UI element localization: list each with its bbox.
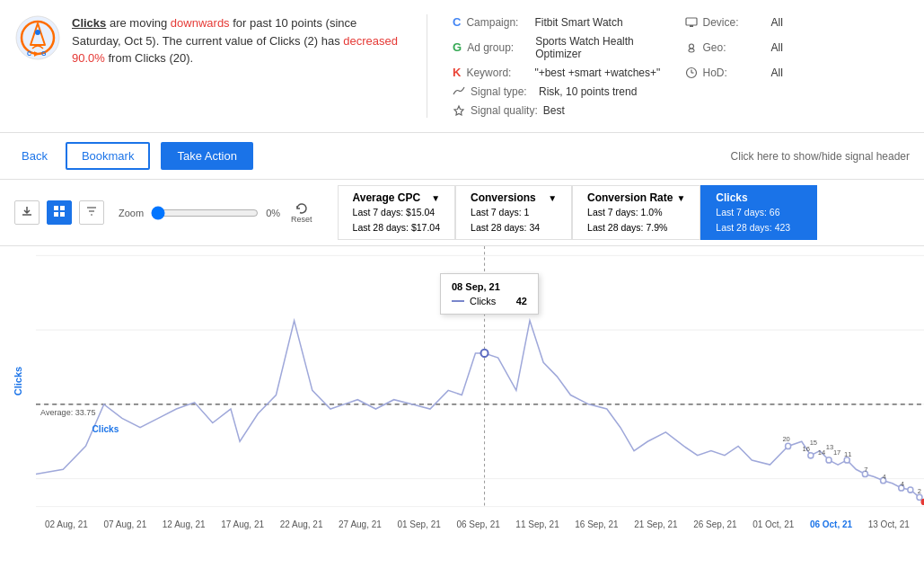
- signal-quality-icon: [453, 104, 465, 117]
- signal-type-icon: [453, 85, 465, 98]
- zoom-label: Zoom: [119, 208, 144, 218]
- alert-text-1: are moving: [110, 16, 171, 30]
- svg-rect-15: [54, 212, 58, 217]
- svg-text:14: 14: [818, 448, 826, 457]
- x-label-12: 01 Oct, 21: [752, 519, 794, 529]
- alert-meta: C Campaign: Fitbit Smart Watch Device: A…: [445, 14, 910, 118]
- meta-geo: Geo: All: [685, 34, 911, 62]
- svg-point-53: [481, 350, 488, 357]
- alert-section: C ▶ G Clicks are moving downwards for pa…: [0, 0, 924, 133]
- metric-tabs: Average CPC ▼ Last 7 days: $15.04 Last 2…: [338, 185, 818, 240]
- x-label-7: 06 Sep, 21: [456, 519, 499, 529]
- chart-svg: 72 36 0 Clicks Average: 33.75 20 16 15 1…: [36, 246, 924, 516]
- alert-text-3: from Clicks (20).: [109, 51, 194, 65]
- x-label-4: 22 Aug, 21: [280, 519, 323, 529]
- meta-campaign: C Campaign: Fitbit Smart Watch: [453, 14, 678, 31]
- alert-icon: C ▶ G: [14, 14, 61, 61]
- tab-conversions[interactable]: Conversions ▼ Last 7 days: 1 Last 28 day…: [455, 185, 572, 240]
- tab-conversion-rate-arrow: ▼: [676, 193, 685, 203]
- x-label-6: 01 Sep, 21: [397, 519, 440, 529]
- tab-clicks-last28: Last 28 days: 423: [716, 221, 802, 235]
- svg-rect-13: [54, 206, 58, 210]
- x-label-11: 26 Sep, 21: [693, 519, 736, 529]
- chart-toolbar: Zoom 0% Reset Average CPC ▼ Last 7 days:…: [0, 180, 924, 246]
- tab-conversion-rate-last7: Last 7 days: 1.0%: [587, 206, 685, 219]
- svg-text:17: 17: [833, 448, 840, 457]
- reset-button[interactable]: Reset: [291, 202, 312, 224]
- svg-text:15: 15: [810, 439, 817, 448]
- svg-point-8: [689, 44, 693, 49]
- tab-conversions-last7: Last 7 days: 1: [471, 206, 557, 219]
- x-label-1: 07 Aug, 21: [103, 519, 146, 529]
- meta-signal-quality: Signal quality: Best: [453, 102, 910, 118]
- tab-clicks-last7: Last 7 days: 66: [716, 206, 802, 219]
- svg-point-32: [786, 444, 791, 449]
- svg-text:Average: 33.75: Average: 33.75: [40, 409, 95, 418]
- tab-avg-cpc-title: Average CPC ▼: [353, 191, 441, 204]
- tab-avg-cpc[interactable]: Average CPC ▼ Last 7 days: $15.04 Last 2…: [338, 185, 456, 240]
- x-label-10: 21 Sep, 21: [634, 519, 677, 529]
- adgroup-label: Ad group:: [467, 41, 530, 54]
- tab-conversions-title: Conversions ▼: [471, 191, 557, 204]
- tab-conversion-rate[interactable]: Conversion Rate ▼ Last 7 days: 1.0% Last…: [572, 185, 700, 240]
- keyword-value: "+best +smart +watches+": [534, 67, 660, 79]
- svg-text:G: G: [41, 50, 47, 57]
- filter-button[interactable]: [79, 200, 104, 225]
- svg-point-2: [35, 30, 40, 35]
- zoom-slider[interactable]: [151, 206, 259, 220]
- geo-icon: [685, 41, 698, 54]
- x-label-8: 11 Sep, 21: [515, 519, 559, 529]
- svg-point-33: [808, 453, 814, 458]
- alert-direction: downwards: [171, 16, 230, 30]
- meta-hod: HoD: All: [685, 65, 911, 81]
- bookmark-button[interactable]: Bookmark: [66, 142, 151, 170]
- y-axis-label: Clicks: [13, 367, 23, 395]
- svg-text:4: 4: [882, 473, 886, 481]
- signal-type-value: Risk, 10 points trend: [539, 85, 637, 98]
- back-button[interactable]: Back: [14, 146, 55, 166]
- alert-text: Clicks are moving downwards for past 10 …: [72, 14, 409, 67]
- show-hide-label[interactable]: Click here to show/hide signal header: [731, 150, 910, 163]
- zoom-value: 0%: [266, 208, 280, 218]
- x-label-2: 12 Aug, 21: [163, 519, 206, 529]
- chart-container: Clicks 72 36 0 Clicks Average: 33.75: [0, 246, 924, 516]
- keyword-icon: K: [453, 66, 461, 79]
- hod-value: All: [771, 67, 783, 79]
- meta-device: Device: All: [685, 14, 911, 31]
- meta-adgroup: G Ad group: Sports Watch Health Optimize…: [453, 34, 678, 62]
- tab-clicks[interactable]: Clicks Last 7 days: 66 Last 28 days: 423: [700, 185, 817, 240]
- alert-metric: Clicks: [72, 16, 106, 30]
- svg-marker-12: [454, 106, 463, 115]
- reset-label: Reset: [291, 215, 312, 224]
- svg-text:Clicks: Clicks: [92, 424, 119, 434]
- campaign-value: Fitbit Smart Watch: [534, 16, 622, 29]
- adgroup-value: Sports Watch Health Optimizer: [535, 35, 677, 60]
- svg-rect-14: [60, 206, 65, 210]
- tab-conversion-rate-title: Conversion Rate ▼: [587, 191, 685, 204]
- x-label-3: 17 Aug, 21: [221, 519, 264, 529]
- svg-text:C: C: [27, 50, 31, 57]
- signal-quality-value: Best: [543, 104, 565, 117]
- tab-avg-cpc-arrow: ▼: [431, 193, 440, 203]
- svg-text:2: 2: [918, 487, 921, 495]
- hod-icon: [685, 67, 698, 79]
- campaign-label: Campaign:: [466, 16, 529, 29]
- x-label-14: 13 Oct, 21: [868, 519, 910, 529]
- svg-rect-6: [686, 18, 697, 25]
- svg-rect-7: [690, 25, 693, 27]
- grid-view-button[interactable]: [47, 200, 72, 225]
- hod-label: HoD:: [703, 67, 766, 79]
- geo-value: All: [771, 41, 783, 54]
- tab-conversions-last28: Last 28 days: 34: [471, 221, 557, 235]
- svg-point-39: [908, 487, 913, 493]
- take-action-button[interactable]: Take Action: [161, 142, 253, 170]
- tab-clicks-title: Clicks: [716, 191, 802, 204]
- device-icon: [685, 16, 698, 29]
- signal-type-label: Signal type:: [471, 85, 533, 98]
- svg-rect-16: [60, 212, 65, 217]
- alert-left: C ▶ G Clicks are moving downwards for pa…: [14, 14, 427, 118]
- x-label-0: 02 Aug, 21: [45, 519, 88, 529]
- meta-signal-type: Signal type: Risk, 10 points trend: [453, 84, 910, 100]
- svg-text:11: 11: [844, 450, 851, 458]
- download-button[interactable]: [14, 200, 40, 225]
